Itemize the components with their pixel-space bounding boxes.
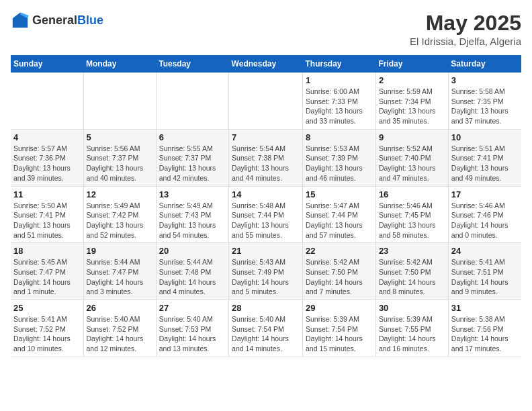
header-day-monday: Monday	[83, 55, 156, 73]
calendar-cell: 28Sunrise: 5:40 AM Sunset: 7:54 PM Dayli…	[229, 300, 303, 357]
calendar-cell: 24Sunrise: 5:41 AM Sunset: 7:51 PM Dayli…	[448, 243, 521, 300]
calendar-cell: 2Sunrise: 5:59 AM Sunset: 7:34 PM Daylig…	[375, 73, 448, 129]
day-info: Sunrise: 5:49 AM Sunset: 7:43 PM Dayligh…	[159, 201, 226, 240]
week-row-4: 18Sunrise: 5:45 AM Sunset: 7:47 PM Dayli…	[11, 243, 521, 300]
week-row-5: 25Sunrise: 5:41 AM Sunset: 7:52 PM Dayli…	[11, 300, 521, 357]
calendar-cell: 31Sunrise: 5:38 AM Sunset: 7:56 PM Dayli…	[448, 300, 521, 357]
calendar-cell: 8Sunrise: 5:53 AM Sunset: 7:39 PM Daylig…	[303, 129, 376, 186]
day-number: 30	[379, 303, 445, 313]
calendar-cell: 27Sunrise: 5:40 AM Sunset: 7:53 PM Dayli…	[156, 300, 228, 357]
calendar-cell: 18Sunrise: 5:45 AM Sunset: 7:47 PM Dayli…	[11, 243, 83, 300]
day-number: 2	[379, 75, 445, 85]
header-row: SundayMondayTuesdayWednesdayThursdayFrid…	[11, 55, 521, 73]
header-day-thursday: Thursday	[303, 55, 376, 73]
day-number: 8	[306, 132, 373, 142]
day-info: Sunrise: 5:39 AM Sunset: 7:54 PM Dayligh…	[306, 314, 373, 354]
calendar-cell: 16Sunrise: 5:46 AM Sunset: 7:45 PM Dayli…	[375, 186, 448, 243]
day-info: Sunrise: 5:56 AM Sunset: 7:37 PM Dayligh…	[87, 144, 153, 183]
calendar-cell: 20Sunrise: 5:44 AM Sunset: 7:48 PM Dayli…	[156, 243, 228, 300]
calendar-cell: 19Sunrise: 5:44 AM Sunset: 7:47 PM Dayli…	[83, 243, 156, 300]
day-info: Sunrise: 5:46 AM Sunset: 7:46 PM Dayligh…	[451, 201, 519, 240]
calendar-cell	[83, 73, 156, 129]
header-day-friday: Friday	[375, 55, 448, 73]
day-info: Sunrise: 5:50 AM Sunset: 7:41 PM Dayligh…	[13, 201, 81, 240]
day-info: Sunrise: 5:40 AM Sunset: 7:53 PM Dayligh…	[159, 314, 226, 354]
day-info: Sunrise: 5:41 AM Sunset: 7:52 PM Dayligh…	[13, 314, 81, 354]
day-info: Sunrise: 5:59 AM Sunset: 7:34 PM Dayligh…	[379, 87, 445, 126]
day-info: Sunrise: 5:55 AM Sunset: 7:37 PM Dayligh…	[159, 144, 226, 183]
day-number: 28	[232, 303, 300, 313]
header-day-wednesday: Wednesday	[229, 55, 303, 73]
day-info: Sunrise: 5:42 AM Sunset: 7:50 PM Dayligh…	[306, 257, 373, 297]
day-number: 16	[379, 189, 445, 199]
day-number: 11	[13, 189, 81, 199]
day-number: 22	[306, 246, 373, 256]
week-row-2: 4Sunrise: 5:57 AM Sunset: 7:36 PM Daylig…	[11, 129, 521, 186]
day-number: 1	[306, 75, 373, 85]
day-info: Sunrise: 5:42 AM Sunset: 7:50 PM Dayligh…	[379, 257, 445, 297]
day-number: 15	[306, 189, 373, 199]
header-day-tuesday: Tuesday	[156, 55, 228, 73]
calendar-table: SundayMondayTuesdayWednesdayThursdayFrid…	[11, 55, 521, 357]
day-info: Sunrise: 5:40 AM Sunset: 7:54 PM Dayligh…	[232, 314, 300, 354]
calendar-cell: 5Sunrise: 5:56 AM Sunset: 7:37 PM Daylig…	[83, 129, 156, 186]
day-number: 25	[13, 303, 81, 313]
day-number: 5	[87, 132, 153, 142]
calendar-cell	[229, 73, 303, 129]
calendar-cell: 4Sunrise: 5:57 AM Sunset: 7:36 PM Daylig…	[11, 129, 83, 186]
calendar-cell: 26Sunrise: 5:40 AM Sunset: 7:52 PM Dayli…	[83, 300, 156, 357]
day-info: Sunrise: 5:51 AM Sunset: 7:41 PM Dayligh…	[451, 144, 519, 183]
day-info: Sunrise: 5:40 AM Sunset: 7:52 PM Dayligh…	[87, 314, 153, 354]
day-info: Sunrise: 5:54 AM Sunset: 7:38 PM Dayligh…	[232, 144, 300, 183]
calendar-cell: 12Sunrise: 5:49 AM Sunset: 7:42 PM Dayli…	[83, 186, 156, 243]
day-info: Sunrise: 5:44 AM Sunset: 7:48 PM Dayligh…	[159, 257, 226, 297]
generalblue-logo-icon	[11, 11, 30, 30]
logo-text: GeneralBlue	[32, 13, 103, 28]
day-number: 9	[379, 132, 445, 142]
header: GeneralBlue May 2025 El Idrissia, Djelfa…	[11, 11, 521, 47]
day-number: 31	[451, 303, 519, 313]
calendar-cell: 25Sunrise: 5:41 AM Sunset: 7:52 PM Dayli…	[11, 300, 83, 357]
day-number: 18	[13, 246, 81, 256]
calendar-cell	[156, 73, 228, 129]
calendar-cell: 9Sunrise: 5:52 AM Sunset: 7:40 PM Daylig…	[375, 129, 448, 186]
day-number: 20	[159, 246, 226, 256]
header-day-saturday: Saturday	[448, 55, 521, 73]
day-info: Sunrise: 5:38 AM Sunset: 7:56 PM Dayligh…	[451, 314, 519, 354]
day-number: 27	[159, 303, 226, 313]
location-title: El Idrissia, Djelfa, Algeria	[410, 36, 521, 47]
day-number: 4	[13, 132, 81, 142]
day-number: 23	[379, 246, 445, 256]
logo: GeneralBlue	[11, 11, 103, 30]
calendar-cell: 1Sunrise: 6:00 AM Sunset: 7:33 PM Daylig…	[303, 73, 376, 129]
month-title: May 2025	[410, 11, 521, 36]
calendar-cell: 3Sunrise: 5:58 AM Sunset: 7:35 PM Daylig…	[448, 73, 521, 129]
week-row-3: 11Sunrise: 5:50 AM Sunset: 7:41 PM Dayli…	[11, 186, 521, 243]
calendar-cell: 23Sunrise: 5:42 AM Sunset: 7:50 PM Dayli…	[375, 243, 448, 300]
day-info: Sunrise: 5:45 AM Sunset: 7:47 PM Dayligh…	[13, 257, 81, 297]
day-info: Sunrise: 5:47 AM Sunset: 7:44 PM Dayligh…	[306, 201, 373, 240]
day-info: Sunrise: 5:39 AM Sunset: 7:55 PM Dayligh…	[379, 314, 445, 354]
day-info: Sunrise: 5:57 AM Sunset: 7:36 PM Dayligh…	[13, 144, 81, 183]
calendar-cell: 6Sunrise: 5:55 AM Sunset: 7:37 PM Daylig…	[156, 129, 228, 186]
day-info: Sunrise: 5:53 AM Sunset: 7:39 PM Dayligh…	[306, 144, 373, 183]
day-number: 29	[306, 303, 373, 313]
day-number: 21	[232, 246, 300, 256]
day-info: Sunrise: 5:52 AM Sunset: 7:40 PM Dayligh…	[379, 144, 445, 183]
logo-general: General	[32, 13, 77, 27]
day-number: 7	[232, 132, 300, 142]
day-number: 17	[451, 189, 519, 199]
week-row-1: 1Sunrise: 6:00 AM Sunset: 7:33 PM Daylig…	[11, 73, 521, 129]
calendar-cell: 15Sunrise: 5:47 AM Sunset: 7:44 PM Dayli…	[303, 186, 376, 243]
day-number: 14	[232, 189, 300, 199]
day-number: 6	[159, 132, 226, 142]
day-info: Sunrise: 5:44 AM Sunset: 7:47 PM Dayligh…	[87, 257, 153, 297]
day-info: Sunrise: 5:43 AM Sunset: 7:49 PM Dayligh…	[232, 257, 300, 297]
day-number: 26	[87, 303, 153, 313]
title-area: May 2025 El Idrissia, Djelfa, Algeria	[410, 11, 521, 47]
calendar-cell: 14Sunrise: 5:48 AM Sunset: 7:44 PM Dayli…	[229, 186, 303, 243]
day-number: 12	[87, 189, 153, 199]
calendar-cell: 7Sunrise: 5:54 AM Sunset: 7:38 PM Daylig…	[229, 129, 303, 186]
calendar-cell	[11, 73, 83, 129]
day-info: Sunrise: 5:48 AM Sunset: 7:44 PM Dayligh…	[232, 201, 300, 240]
